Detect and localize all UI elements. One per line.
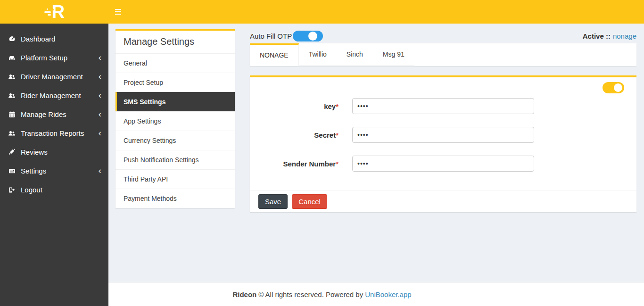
toggle-knob [308, 32, 317, 41]
sidebar-item-settings[interactable]: Settings ‹ [0, 161, 108, 180]
sms-provider-tabs: NONAGE Twillio Sinch Msg 91 [250, 43, 414, 66]
active-provider-label: Active :: [583, 32, 611, 40]
logo-letter: R [52, 3, 64, 21]
sidebar-item-label: Dashboard [21, 35, 55, 43]
tab-twillio[interactable]: Twillio [299, 43, 337, 66]
content-header-row: Auto Fill OTP Active ::nonage [250, 30, 636, 42]
sidebar-item-label: Reviews [21, 148, 48, 156]
form-actions: Save Cancel [250, 190, 636, 212]
auto-fill-otp-label: Auto Fill OTP [250, 32, 292, 40]
users-icon [7, 91, 17, 99]
app-logo: R [44, 3, 64, 21]
settings-item-third-party-api[interactable]: Third Party API [116, 169, 235, 189]
active-provider: Active ::nonage [583, 32, 636, 40]
toggle-knob [614, 83, 622, 92]
settings-item-project-setup[interactable]: Project Setup [116, 73, 235, 92]
sms-provider-tabstrip: NONAGE Twillio Sinch Msg 91 [250, 43, 636, 66]
chevron-left-icon: ‹ [99, 168, 101, 174]
sidebar-item-platform-setup[interactable]: Platform Setup ‹ [0, 48, 108, 67]
settings-item-push-notification-settings[interactable]: Push Notification Settings [116, 150, 235, 169]
manage-settings-panel: Manage Settings General Project Setup SM… [116, 29, 235, 208]
secret-field[interactable] [352, 127, 534, 143]
tab-msg91[interactable]: Msg 91 [373, 43, 414, 66]
key-field[interactable] [352, 98, 534, 114]
settings-item-general[interactable]: General [116, 53, 235, 73]
required-asterisk: * [336, 102, 339, 110]
sidebar-item-label: Logout [21, 186, 42, 194]
form-row-sender-number: Sender Number* [250, 156, 636, 172]
calendar-icon [7, 110, 17, 118]
chevron-left-icon: ‹ [99, 55, 101, 60]
required-asterisk: * [336, 160, 339, 168]
settings-item-currency-settings[interactable]: Currency Settings [116, 131, 235, 150]
provider-enable-toggle[interactable] [603, 82, 624, 93]
logout-icon [7, 185, 17, 194]
key-label: key* [250, 102, 339, 110]
footer-text: © All rights reserved. Powered by [258, 290, 363, 298]
sidebar-item-rider-management[interactable]: Rider Management ‹ [0, 86, 108, 105]
sidebar-item-label: Driver Management [21, 73, 83, 81]
sender-number-field[interactable] [352, 156, 534, 172]
settings-item-payment-methods[interactable]: Payment Methods [116, 189, 235, 208]
car-silhouette-icon [47, 7, 55, 11]
tachometer-icon [7, 34, 17, 43]
auto-fill-otp-toggle[interactable] [293, 31, 323, 41]
sidebar-item-driver-management[interactable]: Driver Management ‹ [0, 67, 108, 86]
pen-icon [7, 148, 17, 156]
cancel-button[interactable]: Cancel [292, 194, 327, 209]
sidebar: Dashboard Platform Setup ‹ Driver Manage… [0, 24, 108, 306]
settings-item-app-settings[interactable]: App Settings [116, 111, 235, 131]
sidebar-item-label: Rider Management [21, 91, 81, 99]
sms-provider-form-panel: key* Secret* Sender Number* Save Cancel [250, 75, 636, 212]
sender-number-label: Sender Number* [250, 160, 339, 168]
sidebar-item-transaction-reports[interactable]: Transaction Reports ‹ [0, 124, 108, 142]
sidebar-item-label: Manage Rides [21, 110, 66, 118]
menu-toggle-icon[interactable] [115, 9, 121, 15]
active-provider-link[interactable]: nonage [613, 32, 636, 40]
users-icon [7, 72, 17, 81]
footer-brand: Rideon [232, 290, 256, 298]
sidebar-item-dashboard[interactable]: Dashboard [0, 29, 108, 48]
secret-label: Secret* [250, 131, 339, 139]
save-button[interactable]: Save [258, 194, 288, 209]
manage-settings-title: Manage Settings [116, 31, 235, 53]
required-asterisk: * [336, 131, 339, 139]
tab-nonage[interactable]: NONAGE [250, 43, 299, 66]
chevron-left-icon: ‹ [99, 130, 101, 136]
list-icon [7, 166, 17, 175]
form-row-secret: Secret* [250, 127, 636, 143]
sidebar-item-logout[interactable]: Logout [0, 180, 108, 199]
settings-item-sms-settings[interactable]: SMS Settings [116, 92, 235, 111]
chevron-left-icon: ‹ [99, 92, 101, 98]
provider-form: key* Secret* Sender Number* [250, 77, 636, 172]
sidebar-item-label: Transaction Reports [21, 129, 84, 137]
car-icon [7, 53, 17, 62]
form-row-key: key* [250, 98, 636, 114]
tab-sinch[interactable]: Sinch [337, 43, 373, 66]
users-icon [7, 129, 17, 137]
chevron-left-icon: ‹ [99, 74, 101, 79]
footer-link[interactable]: UniBooker.app [365, 290, 411, 298]
chevron-left-icon: ‹ [99, 111, 101, 117]
sidebar-item-label: Settings [21, 167, 46, 175]
logo-area: R [0, 0, 108, 24]
top-navbar: R [0, 0, 644, 24]
sidebar-item-manage-rides[interactable]: Manage Rides ‹ [0, 105, 108, 124]
sidebar-item-reviews[interactable]: Reviews [0, 142, 108, 161]
sidebar-item-label: Platform Setup [21, 54, 67, 62]
